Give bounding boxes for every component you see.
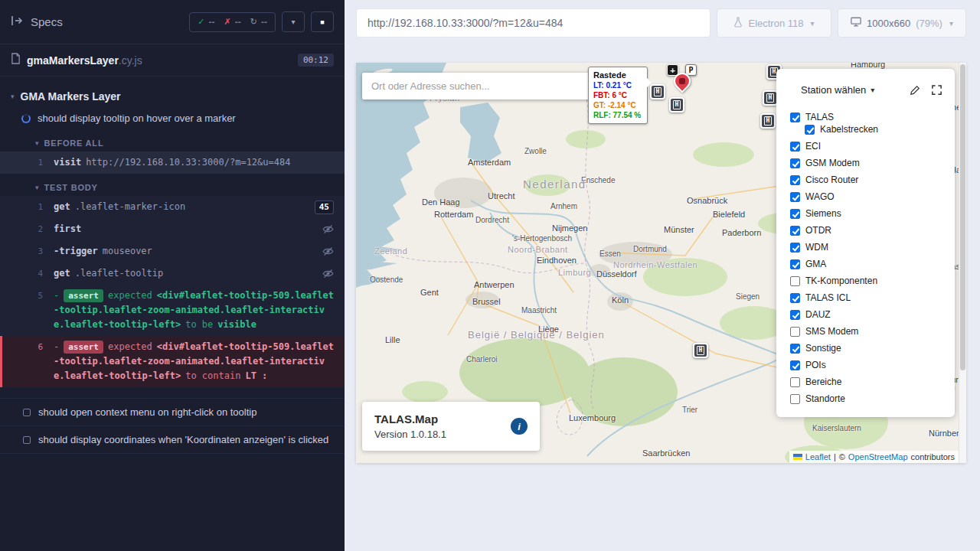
command-row[interactable]: 2 first	[0, 218, 345, 240]
map-marker[interactable]: H	[669, 97, 684, 112]
command-row[interactable]: 3 -triggermouseover	[0, 240, 345, 262]
command-name: -trigger	[54, 246, 98, 256]
chevron-down-icon: ▾	[811, 19, 815, 28]
map-search-input[interactable]	[362, 73, 596, 99]
station-filter-item[interactable]: OTDR	[790, 222, 955, 239]
station-filter-item[interactable]: Bereiche	[790, 373, 955, 390]
station-filter-item[interactable]: Siemens	[790, 205, 955, 222]
command-row[interactable]: 1 visithttp://192.168.10.33:3000/?m=12&u…	[0, 152, 345, 174]
station-filter-item[interactable]: ECI	[790, 138, 955, 155]
command-row[interactable]: 5 -assertexpected<div#leaflet-tooltip-50…	[0, 285, 345, 336]
command-row[interactable]: 4 get.leaflet-tooltip	[0, 262, 345, 285]
spec-extension: .cy.js	[119, 54, 142, 67]
assert-badge: assert	[64, 341, 103, 354]
station-filter-item[interactable]: GSM Modem	[790, 155, 955, 171]
info-icon[interactable]: i	[511, 418, 528, 435]
url-bar[interactable]: http://192.168.10.33:3000/?m=12&u=484	[356, 8, 710, 37]
map-place-label: Dordrecht	[475, 216, 509, 224]
test-body-section[interactable]: ▾ TEST BODY	[0, 174, 345, 196]
aut-panel: http://192.168.10.33:3000/?m=12&u=484 El…	[345, 0, 980, 551]
station-filter-item[interactable]: DAUZ	[790, 306, 955, 323]
checkbox-box	[790, 226, 800, 236]
test-title: should display tooltip on hover over a m…	[38, 112, 236, 124]
station-filter-item[interactable]: Cisco Router	[790, 171, 955, 188]
checkbox-box	[790, 243, 800, 253]
map-scrollbar[interactable]	[959, 63, 966, 463]
scrollbar-thumb[interactable]	[960, 64, 965, 370]
map-marker[interactable]: H	[650, 84, 665, 99]
station-filter-item[interactable]: GMA	[790, 256, 955, 272]
map-marker[interactable]: H	[760, 113, 776, 129]
command-row[interactable]: 1 get.leaflet-marker-icon 45	[0, 196, 345, 218]
osm-link[interactable]: OpenStreetMap	[848, 452, 908, 461]
stop-icon: ■	[320, 18, 324, 26]
check-icon: ✓	[198, 17, 204, 27]
station-filter-item[interactable]: TK-Komponenten	[790, 272, 955, 289]
pending-test-icon	[23, 409, 31, 416]
map-place-label: 's-Hertogenbosch	[512, 234, 572, 243]
checkbox-box	[790, 327, 800, 337]
map-marker[interactable]: H	[693, 343, 708, 358]
before-all-section[interactable]: ▾ BEFORE ALL	[0, 129, 345, 152]
map-place-label: Lille	[385, 335, 400, 344]
active-test-row[interactable]: should display tooltip on hover over a m…	[0, 107, 345, 129]
station-filter-label: DAUZ	[805, 309, 831, 320]
specs-title[interactable]: Specs	[31, 15, 63, 28]
pending-test-icon	[23, 436, 31, 444]
map-place-label: Arnhem	[550, 202, 577, 210]
checkbox-box	[790, 175, 800, 185]
checkbox-box	[790, 209, 800, 219]
station-filter-item[interactable]: SMS Modem	[790, 323, 955, 340]
map-place-label: Charleroi	[466, 355, 498, 364]
viewport-select[interactable]: 1000x660 (79%) ▾	[838, 8, 966, 37]
marker-glyph: H	[766, 93, 775, 103]
station-select-dropdown[interactable]: Station wählen ▾	[801, 84, 874, 96]
checkbox-box	[790, 377, 800, 387]
pending-test-row[interactable]: should open context menu on right-click …	[0, 398, 345, 425]
url-text: http://192.168.10.33:3000/?m=12&u=484	[368, 17, 563, 29]
station-filter-label: Cisco Router	[805, 174, 858, 185]
checkbox-box	[790, 158, 800, 168]
leaflet-map[interactable]: Hamburg Bremen Oldenburg Groningen Frysl…	[356, 63, 966, 463]
tooltip-value-row: LT: 0.21 °C	[593, 80, 642, 90]
marker-glyph: H	[654, 87, 662, 96]
station-filter-item[interactable]: Sonstige	[790, 340, 955, 357]
expand-icon[interactable]	[931, 84, 942, 96]
suite-row[interactable]: ▾ GMA Markers Layer	[0, 86, 345, 107]
collapse-all-button[interactable]: ▾	[282, 11, 305, 32]
station-filter-label: TK-Komponenten	[805, 276, 877, 286]
test-title: should open context menu on right-click …	[38, 406, 256, 418]
station-filter-item[interactable]: Kabelstrecken	[790, 121, 955, 138]
station-filter-item[interactable]: Standorte	[790, 390, 955, 407]
command-name: visit	[54, 157, 81, 168]
stop-run-button[interactable]: ■	[311, 11, 334, 32]
map-place-label: Limburg	[558, 268, 591, 277]
map-place-label: Gent	[420, 288, 439, 297]
map-place-label: Luxembourg	[569, 413, 616, 422]
collapse-sidebar-icon[interactable]	[11, 15, 23, 29]
pending-test-row[interactable]: should display coordinates when 'Koordin…	[0, 425, 345, 453]
leaflet-link[interactable]: Leaflet	[805, 452, 831, 461]
station-filter-item[interactable]: TALAS ICL	[790, 289, 955, 306]
failed-stat: ✗--	[224, 17, 241, 28]
cypress-reporter: Specs ✓-- ✗-- ↻-- ▾ ■ gmaMarkersLayer.cy…	[0, 0, 345, 551]
map-place-label: Osnabrück	[687, 196, 727, 205]
cross-icon: ✗	[224, 17, 231, 27]
edit-icon[interactable]	[910, 85, 920, 96]
flask-icon	[733, 17, 743, 30]
spec-timer: 00:12	[298, 54, 334, 67]
command-row[interactable]: 6 -assertexpected<div#leaflet-tooltip-50…	[0, 336, 345, 387]
map-place-label: Utrecht	[488, 191, 514, 201]
station-filter-label: Siemens	[805, 208, 841, 219]
map-place-label: Köln	[612, 295, 629, 305]
command-name: first	[54, 223, 81, 234]
station-filter-item[interactable]: WAGO	[790, 188, 955, 205]
map-marker[interactable]: H	[763, 90, 778, 106]
station-filter-item[interactable]: POIs	[790, 357, 955, 373]
test-body-commands: 1 get.leaflet-marker-icon 45 2 first	[0, 196, 345, 387]
spec-file-row[interactable]: gmaMarkersLayer.cy.js 00:12	[0, 44, 345, 77]
browser-select[interactable]: Electron 118 ▾	[717, 8, 831, 37]
station-filter-item[interactable]: WDM	[790, 239, 955, 256]
hidden-element-icon	[322, 244, 334, 256]
map-place-label: Essen	[599, 249, 621, 258]
